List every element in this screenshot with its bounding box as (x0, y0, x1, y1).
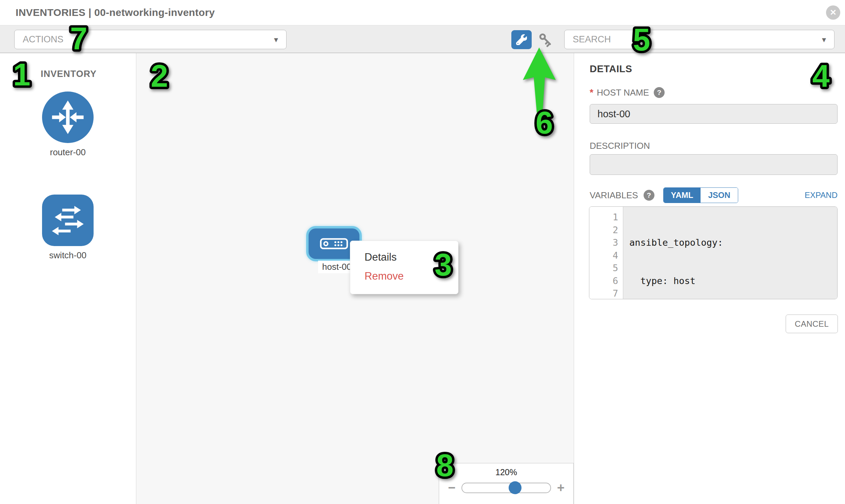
zoom-widget: 120% − + (439, 463, 574, 504)
details-panel: DETAILS * HOST NAME ? host-00 DESCRIPTIO… (574, 53, 845, 504)
format-toggle: YAML JSON (663, 187, 738, 203)
key-icon (537, 31, 555, 49)
variables-row: VARIABLES ? YAML JSON EXPAND (590, 187, 838, 203)
plus-icon: + (557, 481, 565, 495)
line-number: 6 (589, 274, 618, 287)
wrench-icon (516, 34, 527, 45)
menu-item-remove[interactable]: Remove (350, 267, 458, 286)
help-icon[interactable]: ? (654, 87, 665, 98)
switch-icon (42, 195, 93, 246)
zoom-slider-knob[interactable] (509, 481, 522, 494)
router-icon (42, 91, 93, 143)
context-menu: Details Remove (350, 241, 458, 294)
chevron-down-icon: ▾ (274, 35, 278, 44)
toolbar: ACTIONS ▾ SEARCH ▾ (0, 25, 845, 53)
zoom-slider-track[interactable] (461, 483, 551, 493)
close-icon: ✕ (830, 8, 837, 17)
zoom-in-button[interactable]: + (557, 481, 565, 494)
sidebar-item-switch[interactable]: switch-00 (41, 195, 95, 260)
chevron-down-icon: ▾ (822, 35, 826, 44)
host-name-input[interactable]: host-00 (590, 104, 838, 124)
inventory-sidebar: INVENTORY router-00 (0, 53, 136, 504)
configure-topology-button[interactable] (511, 30, 532, 49)
close-button[interactable]: ✕ (826, 5, 840, 20)
line-number: 3 (589, 236, 618, 249)
code-line: ansible_topology: (629, 236, 837, 249)
details-heading: DETAILS (590, 64, 632, 75)
line-number: 1 (589, 211, 618, 224)
variables-label: VARIABLES (590, 190, 638, 201)
device-label: router-00 (41, 147, 95, 158)
host-name-label-row: * HOST NAME ? (590, 87, 665, 98)
search-dropdown-label: SEARCH (573, 34, 611, 45)
description-label: DESCRIPTION (590, 141, 650, 151)
search-dropdown[interactable]: SEARCH ▾ (564, 30, 834, 49)
host-icon (320, 238, 348, 250)
inventory-heading: INVENTORY (41, 69, 96, 79)
credentials-key-button[interactable] (536, 32, 556, 49)
topology-canvas[interactable]: host-00 Details Remove 120% − + (136, 53, 574, 504)
inventory-topology-page: INVENTORIES | 00-networking-inventory ✕ … (0, 0, 845, 504)
host-name-label: HOST NAME (597, 87, 649, 98)
actions-dropdown-label: ACTIONS (23, 34, 64, 45)
line-number: 5 (589, 262, 618, 274)
device-label: switch-00 (41, 250, 95, 260)
required-asterisk: * (590, 87, 593, 98)
line-number: 7 (589, 287, 618, 299)
line-number: 4 (589, 249, 618, 262)
json-tab[interactable]: JSON (701, 188, 738, 203)
zoom-out-button[interactable]: − (448, 481, 455, 494)
minus-icon: − (448, 481, 455, 495)
code-line: type: host (629, 274, 837, 287)
yaml-tab[interactable]: YAML (664, 188, 701, 203)
editor-code[interactable]: ansible_topology: type: host name: host-… (623, 207, 837, 299)
variables-label-group: VARIABLES ? (590, 190, 654, 201)
variables-editor: 1 2 3 4 5 6 7 ansible_topology: type: ho… (589, 206, 838, 299)
line-number: 2 (589, 224, 618, 237)
zoom-level: 120% (439, 467, 574, 477)
description-input[interactable] (590, 154, 838, 175)
expand-link[interactable]: EXPAND (805, 191, 838, 200)
editor-gutter: 1 2 3 4 5 6 7 (589, 207, 623, 299)
header: INVENTORIES | 00-networking-inventory ✕ (0, 0, 845, 25)
cancel-button[interactable]: CANCEL (786, 314, 838, 333)
menu-item-details[interactable]: Details (350, 248, 458, 267)
help-icon[interactable]: ? (644, 190, 654, 201)
sidebar-item-router[interactable]: router-00 (41, 91, 95, 158)
description-label-row: DESCRIPTION (590, 141, 650, 151)
actions-dropdown[interactable]: ACTIONS ▾ (14, 30, 286, 49)
page-title: INVENTORIES | 00-networking-inventory (16, 7, 215, 18)
